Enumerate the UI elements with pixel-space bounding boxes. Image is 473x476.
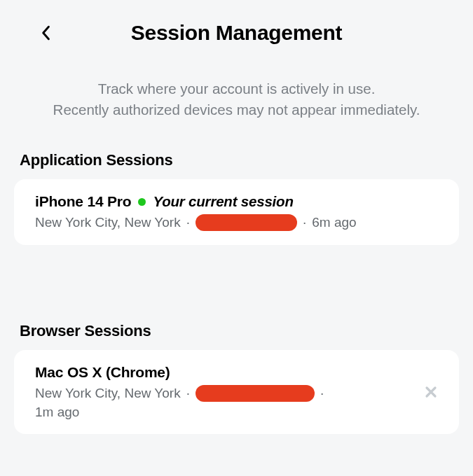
header: Session Management (0, 0, 473, 52)
page-title: Session Management (14, 21, 459, 45)
close-icon (424, 385, 438, 399)
session-row1: iPhone 14 Pro Your current session (35, 193, 444, 210)
page-description: Track where your account is actively in … (0, 52, 473, 120)
active-dot-icon (138, 198, 146, 206)
session-body: iPhone 14 Pro Your current session New Y… (35, 193, 444, 231)
current-session-label: Your current session (153, 193, 293, 210)
section-heading-app: Application Sessions (0, 120, 473, 179)
remove-session-button[interactable] (418, 379, 444, 405)
back-button[interactable] (35, 22, 56, 43)
session-location: New York City, New York (35, 386, 181, 401)
app-session-card[interactable]: iPhone 14 Pro Your current session New Y… (14, 179, 459, 245)
separator: · (320, 386, 324, 401)
chevron-left-icon (41, 25, 50, 41)
separator: · (303, 215, 306, 230)
session-time: 6m ago (312, 215, 356, 230)
session-row2: New York City, New York · · 1m ago (35, 385, 411, 420)
session-body: Mac OS X (Chrome) New York City, New Yor… (35, 364, 411, 420)
separator: · (186, 215, 190, 230)
redacted-ip (196, 385, 315, 402)
device-name: iPhone 14 Pro (35, 193, 131, 210)
redacted-ip (196, 214, 297, 231)
session-row2: New York City, New York · · 6m ago (35, 214, 444, 231)
session-row1: Mac OS X (Chrome) (35, 364, 411, 381)
section-heading-browser: Browser Sessions (0, 245, 473, 350)
browser-session-card[interactable]: Mac OS X (Chrome) New York City, New Yor… (14, 350, 459, 434)
device-name: Mac OS X (Chrome) (35, 364, 170, 381)
separator: · (186, 386, 190, 401)
session-time: 1m ago (35, 405, 411, 420)
session-location: New York City, New York (35, 215, 181, 230)
